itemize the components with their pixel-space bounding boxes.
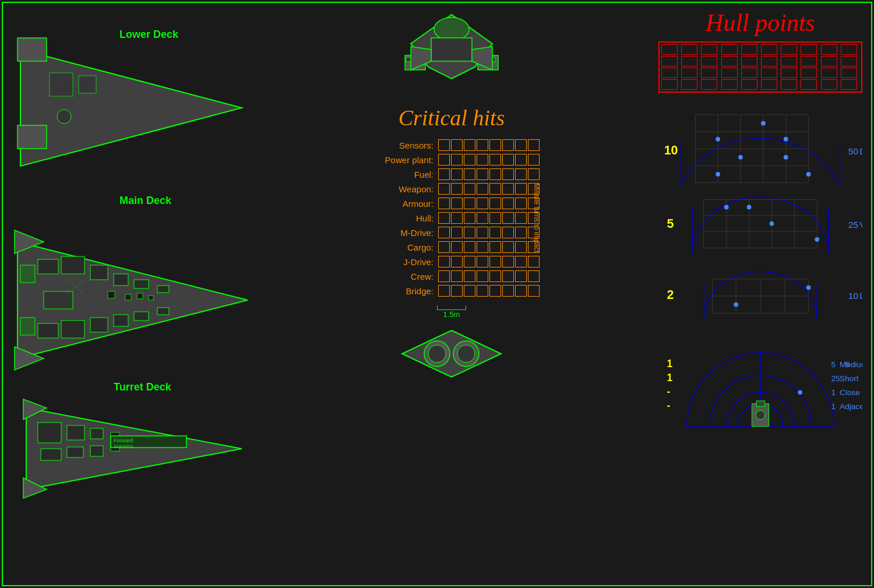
crit-box [451,212,463,224]
crit-box [451,241,463,253]
svg-rect-38 [41,449,61,460]
crit-row: M-Drive: [364,227,540,238]
hull-box [741,79,757,90]
hull-box [841,68,857,78]
svg-marker-58 [402,330,501,377]
hull-box [761,79,777,90]
svg-rect-28 [137,293,143,299]
crit-box [451,183,463,195]
svg-rect-23 [157,308,169,315]
crit-box [464,168,475,180]
crit-box [502,270,514,282]
svg-rect-41 [90,446,103,456]
crit-box [528,285,540,297]
crit-rows: Sensors:Power plant:Fuel:Weapon:Armour:H… [364,139,540,297]
svg-text:-: - [667,386,671,397]
svg-rect-5 [79,76,96,93]
crit-box [438,198,450,209]
crit-box [438,241,450,253]
crit-label: Cargo: [364,242,434,252]
hull-grid [658,41,862,93]
crit-row: Cargo: [364,241,540,253]
hull-box [801,44,817,55]
svg-rect-111 [756,401,765,407]
svg-point-76 [738,155,743,160]
crit-box [515,227,527,238]
crit-boxes [438,198,540,209]
hull-box [681,44,697,55]
crit-row: J-Drive: [364,256,540,267]
crit-box [477,198,488,209]
svg-text:1: 1 [667,358,673,369]
hull-box [721,44,738,55]
crit-box [502,154,514,166]
crit-box [451,256,463,267]
svg-rect-39 [67,447,83,457]
crit-box [502,183,514,195]
crit-box [438,139,450,151]
svg-text:Avionics: Avionics [114,443,133,449]
crit-boxes [438,270,540,282]
crit-box [477,241,488,253]
crit-row: Power plant: [364,154,540,166]
crit-box [464,256,475,267]
crit-box [502,256,514,267]
svg-point-73 [761,121,766,126]
crit-box [464,227,475,238]
right-panel: Hull points [650,3,871,585]
svg-point-91 [724,205,729,210]
crit-box [528,154,540,166]
svg-rect-19 [114,315,128,326]
crit-box [515,256,527,267]
svg-point-94 [815,237,819,242]
crit-box [451,270,463,282]
svg-rect-17 [44,291,73,309]
hull-box [841,44,857,55]
crit-boxes [438,285,540,297]
long-label: Long [859,291,862,301]
crit-box [502,241,514,253]
svg-text:Turret Deck: Turret Deck [114,381,172,393]
crit-box [477,154,488,166]
hull-box [761,44,777,55]
very-long-label: Very long [859,220,862,230]
crit-label: Hull: [364,213,434,223]
crit-box [438,227,450,238]
hull-box [841,56,857,66]
svg-rect-15 [90,265,108,280]
svg-rect-49 [431,38,472,61]
crit-label: Weapon: [364,184,434,194]
crit-box [502,139,514,151]
critical-hits-table: Sensors:Power plant:Fuel:Weapon:Armour:H… [364,139,540,300]
hull-box [801,68,817,78]
crit-box [464,212,475,224]
hull-box [821,56,837,66]
crit-box [515,139,527,151]
svg-rect-21 [134,312,149,321]
hull-box [741,68,757,78]
crit-box [451,227,463,238]
crit-box [477,270,488,282]
crit-label: Crew: [364,272,434,281]
svg-point-48 [434,17,469,41]
crit-label: Sensors: [364,140,434,150]
crit-label: M-Drive: [364,228,434,238]
crit-box [477,256,488,267]
crit-box [477,285,488,297]
crit-box [464,270,475,282]
crit-box [489,198,501,209]
svg-rect-13 [38,323,58,338]
crit-boxes [438,154,540,166]
crit-boxes [438,256,540,267]
crit-box [451,285,463,297]
crit-box [438,285,450,297]
crit-boxes [438,139,540,151]
crit-boxes [438,212,540,224]
hull-box [821,79,837,90]
crit-box [502,168,514,180]
svg-point-113 [798,390,802,395]
hull-box [801,79,817,90]
crit-box [528,270,540,282]
crit-box [489,285,501,297]
svg-rect-26 [108,291,115,298]
